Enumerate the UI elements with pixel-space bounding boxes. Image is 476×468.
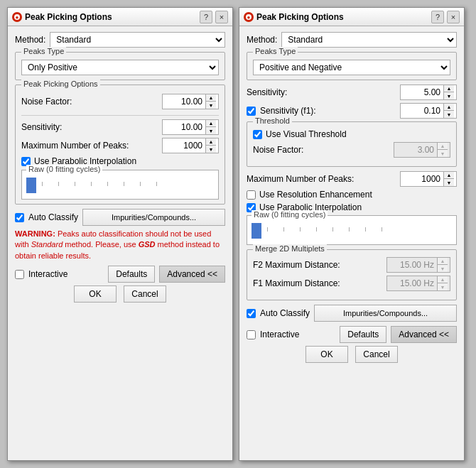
dialog2-method-label: Method: — [247, 35, 277, 45]
dialog1-noise-factor-down[interactable]: ▼ — [206, 102, 216, 109]
dialog2-interactive-checkbox[interactable] — [247, 330, 256, 339]
d2tick7 — [365, 227, 366, 232]
tick1 — [42, 182, 43, 186]
dialog1-method-select[interactable]: Standard — [50, 32, 225, 48]
dialog1-warning: WARNING: Peaks auto classification shoul… — [15, 229, 225, 261]
dialog2-f1-label: F1 Maximum Distance: — [253, 278, 340, 288]
dialog2-noise-factor-input[interactable] — [394, 143, 437, 156]
dialog2-advanced-button[interactable]: Advanced << — [391, 326, 457, 343]
dialog2-noise-factor-up[interactable]: ▲ — [438, 143, 448, 150]
dialog2-impurities-button[interactable]: Impurities/Compounds... — [314, 305, 457, 322]
dialog1-sensitivity-input[interactable] — [163, 121, 205, 134]
dialog2-defaults-button[interactable]: Defaults — [340, 326, 386, 343]
dialog1-interactive-checkbox[interactable] — [15, 270, 24, 279]
dialog1-noise-factor-input[interactable] — [163, 95, 205, 108]
dialog2-f2-label: F2 Maximum Distance: — [253, 260, 340, 270]
dialog2-f1-up[interactable]: ▲ — [438, 276, 448, 283]
dialog2-sensitivity-input[interactable] — [401, 86, 443, 99]
dialog2-peaks-type-select[interactable]: Positive and Negative — [253, 60, 450, 75]
dialog1-max-peaks-down[interactable]: ▼ — [206, 146, 216, 153]
dialog1-help-button[interactable]: ? — [200, 11, 212, 23]
dialog1-noise-factor-label: Noise Factor: — [21, 97, 72, 107]
dialog2-title: Peak Picking Options — [256, 12, 428, 22]
dialog1-noise-factor-spinbox[interactable]: ▲ ▼ — [162, 94, 219, 109]
dialog1-max-peaks-up[interactable]: ▲ — [206, 138, 216, 146]
dialog1-sensitivity-label: Sensitivity: — [21, 122, 62, 132]
dialog2-f1-spinbox[interactable]: ▲ ▼ — [386, 276, 450, 291]
dialog2-help-button[interactable]: ? — [431, 11, 444, 23]
dialog2-auto-classify-checkbox[interactable] — [247, 309, 256, 318]
dialog1-impurities-button[interactable]: Impurities/Compounds... — [82, 209, 225, 226]
dialog1-peaks-type-select[interactable]: Only Positive — [21, 60, 219, 75]
dialog1-raw-thumb[interactable] — [26, 178, 36, 193]
dialog2-bottom-row: Interactive Defaults Advanced << — [247, 326, 457, 343]
dialog1-max-peaks-input[interactable] — [163, 139, 205, 152]
dialog1-cancel-button[interactable]: Cancel — [124, 285, 166, 303]
dialog2-max-peaks-spinbox[interactable]: ▲ ▼ — [400, 171, 457, 187]
dialog1-auto-classify-label: Auto Classify — [28, 212, 78, 222]
dialog2-noise-factor-label: Noise Factor: — [253, 145, 303, 155]
d2tick3 — [300, 227, 301, 232]
d2tick2 — [283, 227, 284, 232]
dialog1-sensitivity-up[interactable]: ▲ — [206, 120, 216, 127]
d2tick5 — [332, 227, 333, 232]
dialog2-max-peaks-label: Maximum Number of Peaks: — [247, 174, 354, 184]
dialog2-use-visual-checkbox[interactable] — [253, 130, 262, 139]
dialog2-sensitivity-f1-label: Sensitivity (f1): — [260, 106, 316, 116]
dialog2-sensitivity-up[interactable]: ▲ — [444, 85, 454, 92]
dialog2-cancel-button[interactable]: Cancel — [355, 346, 398, 363]
dialog2-f2-down[interactable]: ▼ — [438, 265, 448, 272]
tick4 — [91, 182, 92, 186]
dialog2-f2-spinbox[interactable]: ▲ ▼ — [386, 257, 450, 273]
dialog1-warning-bold: WARNING: — [15, 229, 55, 238]
svg-text:●: ● — [16, 14, 19, 21]
dialog1-peaks-type-label: Peaks Type — [21, 47, 66, 55]
dialog1-close-button[interactable]: × — [215, 11, 228, 23]
dialog2-sensitivity-down[interactable]: ▼ — [444, 92, 454, 99]
dialog1-sensitivity-down[interactable]: ▼ — [206, 127, 216, 134]
dialog2-max-peaks-down[interactable]: ▼ — [444, 179, 454, 186]
dialog2-f1-down[interactable]: ▼ — [438, 283, 448, 290]
dialog2-peaks-type-group: Peaks Type Positive and Negative — [247, 52, 457, 80]
dialog2-close-button[interactable]: × — [447, 11, 460, 23]
dialog2-resolution-checkbox[interactable] — [247, 190, 256, 200]
dialog1-max-peaks-label: Maximum Number of Peaks: — [21, 141, 129, 151]
dialog2-merge2d-group: Merge 2D Multiplets F2 Maximum Distance:… — [247, 249, 457, 300]
dialog1-defaults-button[interactable]: Defaults — [108, 266, 155, 283]
dialog2-sensitivity-spinbox[interactable]: ▲ ▼ — [400, 85, 457, 100]
dialog2-max-peaks-up[interactable]: ▲ — [444, 172, 454, 179]
tick2 — [58, 182, 59, 186]
dialog1-sensitivity-row: Sensitivity: ▲ ▼ — [21, 119, 219, 135]
dialog2-method-select[interactable]: Standard — [281, 32, 457, 48]
dialog2-max-peaks-input[interactable] — [401, 173, 443, 185]
dialog1-sensitivity-spinbox[interactable]: ▲ ▼ — [162, 119, 219, 135]
dialog1-auto-classify-checkbox[interactable] — [15, 213, 24, 222]
dialog2-raw-thumb[interactable] — [251, 223, 261, 239]
dialog2-noise-factor-spinbox[interactable]: ▲ ▼ — [394, 142, 450, 158]
dialog2-f2-input[interactable] — [387, 259, 437, 271]
dialog1-title-bar: ● Peak Picking Options ? × — [8, 8, 232, 26]
dialog2-f2-up[interactable]: ▲ — [438, 258, 448, 265]
dialog1-advanced-button[interactable]: Advanced << — [159, 266, 225, 283]
dialog1-noise-factor-up[interactable]: ▲ — [206, 94, 216, 102]
dialog2-ok-button[interactable]: OK — [305, 346, 348, 363]
dialog1-raw-box: Raw (0 fitting cycles) — [21, 170, 219, 200]
dialog2-sensitivity-f1-spinbox[interactable]: ▲ ▼ — [400, 103, 457, 119]
dialog1-raw-ticks — [42, 182, 157, 186]
dialog1-title: Peak Picking Options — [25, 12, 197, 22]
tick7 — [140, 182, 141, 186]
dialog2-sensitivity-f1-up[interactable]: ▲ — [444, 104, 454, 111]
dialog1-ok-button[interactable]: OK — [74, 285, 117, 303]
d2tick6 — [349, 227, 350, 232]
dialog2-sensitivity-row: Sensitivity: ▲ ▼ — [247, 85, 457, 100]
dialog2-f1-input[interactable] — [387, 277, 437, 290]
dialog2-f2-row: F2 Maximum Distance: ▲ ▼ — [253, 257, 450, 273]
dialog2-raw-box: Raw (0 fitting cycles) — [247, 215, 457, 245]
dialog2-sensitivity-f1-down[interactable]: ▼ — [444, 111, 454, 118]
dialog2-sensitivity-f1-input[interactable] — [401, 104, 443, 117]
dialog2-merge2d-label: Merge 2D Multiplets — [253, 244, 327, 253]
dialog2-noise-factor-down[interactable]: ▼ — [438, 150, 448, 157]
dialog2-sensitivity-f1-checkbox[interactable] — [247, 107, 256, 116]
dialog1-max-peaks-spinbox[interactable]: ▲ ▼ — [162, 138, 219, 153]
dialog2-app-icon: ● — [244, 12, 254, 22]
